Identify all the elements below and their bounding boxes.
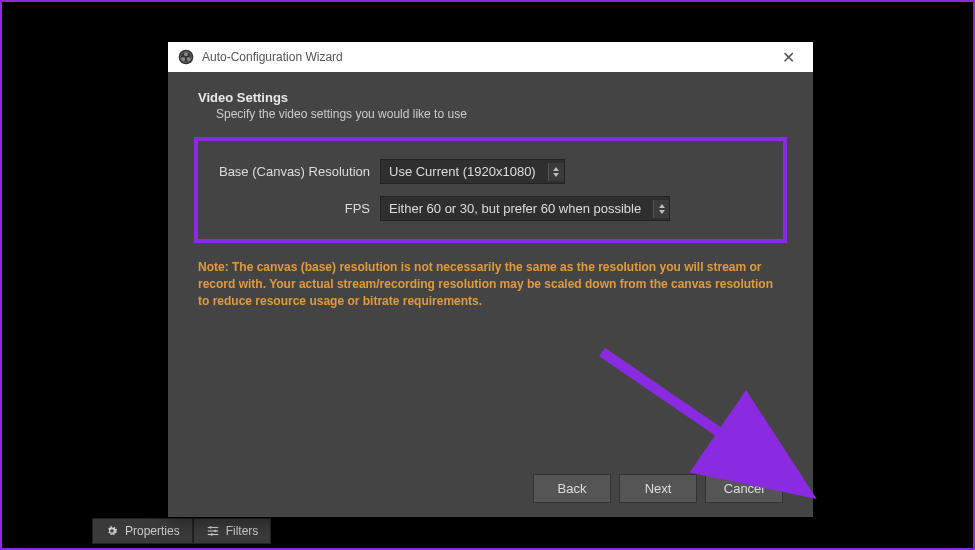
fps-dropdown[interactable]: Either 60 or 30, but prefer 60 when poss… — [380, 196, 670, 221]
annotation-highlight: Base (Canvas) Resolution Use Current (19… — [194, 137, 787, 243]
dialog-content: Video Settings Specify the video setting… — [168, 72, 813, 517]
sliders-icon — [206, 524, 220, 538]
obs-icon — [178, 49, 194, 65]
next-button[interactable]: Next — [619, 474, 697, 503]
close-icon[interactable]: ✕ — [773, 48, 803, 67]
resolution-row: Base (Canvas) Resolution Use Current (19… — [210, 159, 771, 184]
auto-config-wizard-dialog: Auto-Configuration Wizard ✕ Video Settin… — [168, 42, 813, 517]
back-button[interactable]: Back — [533, 474, 611, 503]
svg-point-5 — [210, 533, 212, 535]
page-heading: Video Settings — [198, 90, 783, 105]
filters-button[interactable]: Filters — [193, 518, 272, 544]
resolution-dropdown[interactable]: Use Current (1920x1080) — [380, 159, 565, 184]
resolution-value: Use Current (1920x1080) — [389, 164, 536, 179]
stepper-icon — [653, 200, 669, 218]
fps-row: FPS Either 60 or 30, but prefer 60 when … — [210, 196, 771, 221]
resolution-label: Base (Canvas) Resolution — [210, 164, 380, 179]
page-subheading: Specify the video settings you would lik… — [216, 107, 783, 121]
filters-label: Filters — [226, 524, 259, 538]
svg-point-8 — [184, 52, 188, 56]
svg-point-9 — [181, 57, 185, 61]
fps-label: FPS — [210, 201, 380, 216]
properties-button[interactable]: Properties — [92, 518, 193, 544]
titlebar: Auto-Configuration Wizard ✕ — [168, 42, 813, 72]
fps-value: Either 60 or 30, but prefer 60 when poss… — [389, 201, 641, 216]
properties-label: Properties — [125, 524, 180, 538]
svg-point-10 — [187, 57, 191, 61]
svg-point-4 — [214, 530, 216, 532]
gear-icon — [105, 524, 119, 538]
note-text: Note: The canvas (base) resolution is no… — [198, 259, 783, 309]
svg-rect-1 — [207, 530, 218, 531]
cancel-button[interactable]: Cancel — [705, 474, 783, 503]
button-row: Back Next Cancel — [198, 474, 783, 503]
bottom-toolbar: Properties Filters — [92, 518, 271, 544]
svg-point-3 — [209, 526, 211, 528]
stepper-icon — [548, 163, 564, 181]
svg-rect-0 — [207, 527, 218, 528]
dialog-title: Auto-Configuration Wizard — [202, 50, 765, 64]
